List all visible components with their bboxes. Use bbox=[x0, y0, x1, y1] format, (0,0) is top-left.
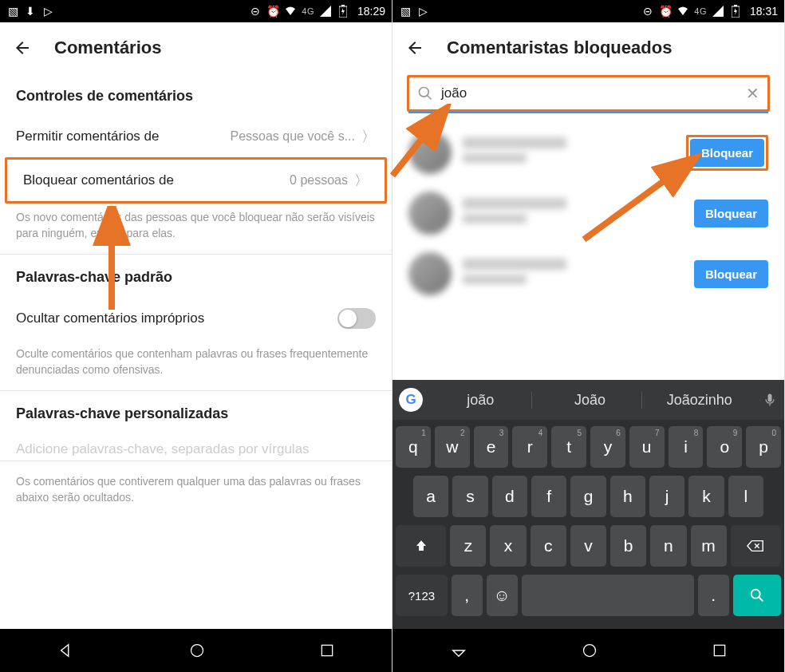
svg-rect-1 bbox=[341, 5, 345, 6]
key-f[interactable]: f bbox=[531, 476, 566, 517]
clock: 18:31 bbox=[750, 5, 778, 18]
search-icon bbox=[417, 85, 433, 101]
key-s[interactable]: s bbox=[452, 476, 487, 517]
period-key[interactable]: . bbox=[698, 575, 729, 616]
nav-home-icon[interactable] bbox=[189, 642, 205, 658]
android-nav bbox=[392, 629, 784, 672]
android-nav bbox=[0, 629, 392, 672]
key-z[interactable]: z bbox=[450, 525, 486, 567]
row-allow-comments[interactable]: Permitir comentários de Pessoas que você… bbox=[0, 116, 392, 157]
google-icon[interactable]: G bbox=[399, 388, 423, 412]
search-key[interactable] bbox=[733, 575, 781, 616]
image-icon: ▧ bbox=[399, 5, 412, 18]
key-d[interactable]: d bbox=[492, 476, 527, 517]
user-name bbox=[463, 259, 683, 289]
comma-key[interactable]: , bbox=[452, 575, 483, 616]
page-title: Comentaristas bloqueados bbox=[447, 38, 672, 58]
key-j[interactable]: j bbox=[649, 476, 684, 517]
key-v[interactable]: v bbox=[570, 525, 606, 567]
svg-point-12 bbox=[583, 645, 595, 657]
nav-back-icon[interactable] bbox=[57, 642, 75, 659]
avatar[interactable] bbox=[408, 192, 452, 235]
row-label: Ocultar comentários impróprios bbox=[16, 310, 337, 326]
space-key[interactable] bbox=[522, 575, 694, 616]
key-m[interactable]: m bbox=[691, 525, 727, 567]
key-w[interactable]: w2 bbox=[435, 426, 470, 468]
help-text: Oculte comentários que contenham palavra… bbox=[0, 340, 392, 390]
svg-rect-9 bbox=[767, 394, 771, 402]
nav-recent-icon[interactable] bbox=[319, 642, 335, 658]
suggestion[interactable]: joão bbox=[429, 392, 532, 409]
avatar[interactable] bbox=[408, 131, 452, 174]
key-o[interactable]: o9 bbox=[707, 426, 742, 468]
svg-point-2 bbox=[191, 645, 203, 657]
user-row: Bloquear bbox=[408, 192, 768, 235]
download-icon: ⬇ bbox=[24, 5, 37, 18]
shift-key[interactable] bbox=[396, 525, 446, 567]
key-t[interactable]: t5 bbox=[551, 426, 586, 468]
key-c[interactable]: c bbox=[531, 525, 566, 567]
keyboard: G joão João Joãozinho q1w2e3r4t5y6u7i8o9… bbox=[392, 380, 784, 629]
back-icon[interactable] bbox=[13, 38, 32, 57]
play-icon: ▷ bbox=[41, 5, 54, 18]
clear-icon[interactable]: ✕ bbox=[746, 84, 759, 103]
chevron-right-icon: 〉 bbox=[361, 127, 376, 146]
key-y[interactable]: y6 bbox=[590, 426, 625, 468]
back-icon[interactable] bbox=[405, 38, 424, 57]
status-bar: ▧ ▷ ⊝ ⏰ 4G 18:31 bbox=[392, 0, 784, 22]
wifi-icon bbox=[677, 5, 689, 18]
block-button[interactable]: Bloquear bbox=[690, 139, 764, 167]
play-icon: ▷ bbox=[416, 5, 429, 18]
toggle-off[interactable] bbox=[337, 308, 376, 329]
key-p[interactable]: p0 bbox=[746, 426, 781, 468]
help-text: Os novo comentários das pessoas que você… bbox=[0, 204, 392, 254]
row-value: 0 pessoas bbox=[290, 173, 348, 188]
key-u[interactable]: u7 bbox=[629, 426, 665, 468]
nav-back-icon[interactable] bbox=[450, 642, 467, 659]
row-label: Permitir comentários de bbox=[16, 128, 230, 144]
app-header: Comentários bbox=[0, 22, 392, 73]
svg-rect-6 bbox=[734, 5, 737, 6]
suggestion-bar: G joão João Joãozinho bbox=[392, 380, 784, 420]
key-q[interactable]: q1 bbox=[396, 426, 431, 468]
image-icon: ▧ bbox=[6, 5, 19, 18]
key-k[interactable]: k bbox=[688, 476, 724, 517]
search-input[interactable]: joão ✕ bbox=[409, 77, 767, 109]
key-g[interactable]: g bbox=[570, 476, 606, 517]
symbols-key[interactable]: ?123 bbox=[396, 575, 448, 616]
alarm-icon: ⏰ bbox=[266, 5, 279, 18]
block-button[interactable]: Bloquear bbox=[694, 200, 768, 227]
nav-recent-icon[interactable] bbox=[712, 642, 728, 658]
row-block-comments[interactable]: Bloquear comentários de 0 pessoas 〉 bbox=[5, 157, 387, 204]
svg-rect-3 bbox=[321, 645, 332, 655]
svg-point-7 bbox=[420, 88, 429, 97]
key-a[interactable]: a bbox=[413, 476, 448, 517]
suggestion[interactable]: João bbox=[538, 392, 641, 409]
block-button[interactable]: Bloquear bbox=[694, 260, 768, 288]
signal-icon bbox=[712, 5, 724, 18]
key-i[interactable]: i8 bbox=[669, 426, 704, 468]
key-n[interactable]: n bbox=[650, 525, 686, 567]
key-b[interactable]: b bbox=[610, 525, 646, 567]
suggestion[interactable]: Joãozinho bbox=[649, 392, 751, 409]
avatar[interactable] bbox=[408, 252, 452, 295]
row-hide-inappropriate[interactable]: Ocultar comentários impróprios bbox=[0, 297, 392, 340]
section-title-custom: Palavras-chave personalizadas bbox=[0, 391, 392, 433]
phone-left: ▧ ⬇ ▷ ⊝ ⏰ 4G 18:29 Comentários Controles… bbox=[0, 0, 392, 672]
keywords-input[interactable]: Adicione palavras-chave, separadas por v… bbox=[0, 433, 392, 461]
wifi-icon bbox=[284, 5, 297, 18]
alarm-icon: ⏰ bbox=[659, 5, 672, 18]
battery-icon bbox=[337, 5, 349, 18]
key-e[interactable]: e3 bbox=[474, 426, 509, 468]
backspace-key[interactable] bbox=[731, 525, 781, 567]
key-l[interactable]: l bbox=[728, 476, 763, 517]
emoji-key[interactable]: ☺ bbox=[487, 575, 518, 616]
nav-home-icon[interactable] bbox=[582, 642, 598, 658]
user-name bbox=[463, 198, 683, 228]
search-value: joão bbox=[441, 85, 738, 101]
key-x[interactable]: x bbox=[490, 525, 526, 567]
key-h[interactable]: h bbox=[610, 476, 645, 517]
mic-icon[interactable] bbox=[762, 392, 778, 408]
key-r[interactable]: r4 bbox=[512, 426, 547, 468]
chevron-right-icon: 〉 bbox=[354, 171, 369, 190]
